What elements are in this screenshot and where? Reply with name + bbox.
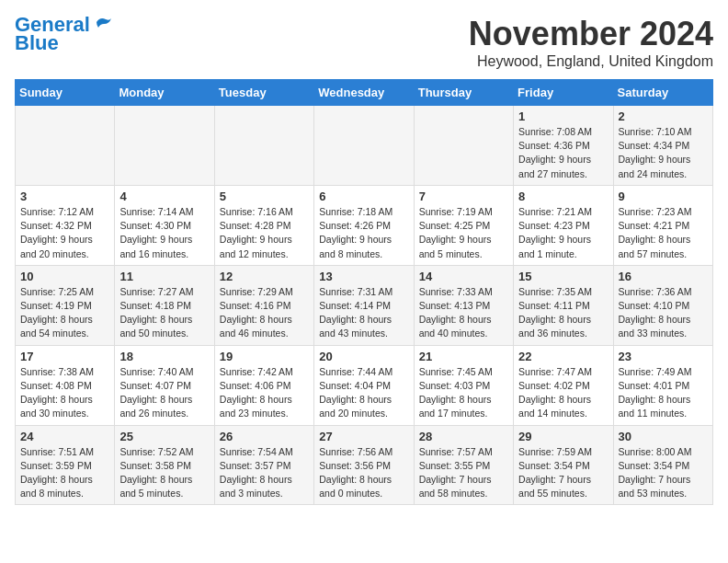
- day-number: 29: [518, 430, 608, 443]
- day-number: 25: [119, 430, 209, 443]
- day-of-week-header: Saturday: [613, 80, 712, 106]
- day-info: Sunrise: 7:23 AMSunset: 4:21 PMDaylight:…: [619, 205, 708, 261]
- calendar-cell: 25Sunrise: 7:52 AMSunset: 3:58 PMDayligh…: [115, 425, 214, 505]
- calendar-cell: 27Sunrise: 7:56 AMSunset: 3:56 PMDayligh…: [314, 425, 414, 505]
- calendar-cell: 28Sunrise: 7:57 AMSunset: 3:55 PMDayligh…: [414, 425, 513, 505]
- calendar-cell: 11Sunrise: 7:27 AMSunset: 4:18 PMDayligh…: [115, 265, 214, 345]
- calendar-cell: 29Sunrise: 7:59 AMSunset: 3:54 PMDayligh…: [514, 425, 613, 505]
- day-number: 15: [518, 270, 608, 283]
- day-number: 24: [20, 430, 109, 443]
- day-info: Sunrise: 7:27 AMSunset: 4:18 PMDaylight:…: [119, 285, 209, 341]
- day-of-week-header: Sunday: [16, 80, 115, 106]
- day-of-week-header: Monday: [115, 80, 214, 106]
- day-number: 7: [419, 190, 508, 203]
- calendar-cell: 16Sunrise: 7:36 AMSunset: 4:10 PMDayligh…: [613, 265, 712, 345]
- calendar-cell: 17Sunrise: 7:38 AMSunset: 4:08 PMDayligh…: [16, 345, 115, 425]
- day-info: Sunrise: 7:57 AMSunset: 3:55 PMDaylight:…: [419, 445, 508, 501]
- day-number: 1: [518, 109, 608, 123]
- logo-subtext: Blue: [15, 33, 59, 53]
- day-number: 27: [319, 430, 408, 443]
- calendar-cell: [414, 106, 513, 186]
- day-number: 21: [419, 350, 508, 363]
- header: General Blue November 2024 Heywood, Engl…: [15, 15, 713, 70]
- calendar-cell: 20Sunrise: 7:44 AMSunset: 4:04 PMDayligh…: [314, 345, 414, 425]
- title-area: November 2024 Heywood, England, United K…: [469, 15, 713, 70]
- calendar-cell: 6Sunrise: 7:18 AMSunset: 4:26 PMDaylight…: [314, 185, 414, 265]
- calendar-week-row: 1Sunrise: 7:08 AMSunset: 4:36 PMDaylight…: [16, 106, 713, 186]
- logo-bird-icon: [93, 15, 113, 31]
- day-number: 6: [319, 190, 408, 203]
- day-info: Sunrise: 7:25 AMSunset: 4:19 PMDaylight:…: [20, 285, 109, 341]
- day-number: 17: [20, 350, 109, 363]
- calendar-cell: 19Sunrise: 7:42 AMSunset: 4:06 PMDayligh…: [214, 345, 313, 425]
- calendar-cell: 8Sunrise: 7:21 AMSunset: 4:23 PMDaylight…: [514, 185, 613, 265]
- calendar-cell: 1Sunrise: 7:08 AMSunset: 4:36 PMDaylight…: [514, 106, 613, 186]
- calendar-cell: 5Sunrise: 7:16 AMSunset: 4:28 PMDaylight…: [214, 185, 313, 265]
- calendar-cell: 24Sunrise: 7:51 AMSunset: 3:59 PMDayligh…: [16, 425, 115, 505]
- day-info: Sunrise: 7:21 AMSunset: 4:23 PMDaylight:…: [518, 205, 608, 261]
- day-number: 9: [619, 190, 708, 203]
- day-number: 2: [619, 109, 708, 123]
- day-info: Sunrise: 7:49 AMSunset: 4:01 PMDaylight:…: [619, 365, 708, 421]
- day-info: Sunrise: 7:29 AMSunset: 4:16 PMDaylight:…: [220, 285, 309, 341]
- day-number: 18: [119, 350, 209, 363]
- calendar-cell: 3Sunrise: 7:12 AMSunset: 4:32 PMDaylight…: [16, 185, 115, 265]
- day-info: Sunrise: 7:08 AMSunset: 4:36 PMDaylight:…: [518, 125, 608, 181]
- calendar-body: 1Sunrise: 7:08 AMSunset: 4:36 PMDaylight…: [16, 106, 713, 505]
- calendar-header: SundayMondayTuesdayWednesdayThursdayFrid…: [16, 80, 713, 106]
- day-info: Sunrise: 7:35 AMSunset: 4:11 PMDaylight:…: [518, 285, 608, 341]
- calendar-week-row: 10Sunrise: 7:25 AMSunset: 4:19 PMDayligh…: [16, 265, 713, 345]
- day-info: Sunrise: 7:51 AMSunset: 3:59 PMDaylight:…: [20, 445, 109, 501]
- day-info: Sunrise: 7:18 AMSunset: 4:26 PMDaylight:…: [319, 205, 408, 261]
- calendar-cell: 26Sunrise: 7:54 AMSunset: 3:57 PMDayligh…: [214, 425, 313, 505]
- day-info: Sunrise: 7:56 AMSunset: 3:56 PMDaylight:…: [319, 445, 408, 501]
- day-info: Sunrise: 7:45 AMSunset: 4:03 PMDaylight:…: [419, 365, 508, 421]
- day-info: Sunrise: 7:19 AMSunset: 4:25 PMDaylight:…: [419, 205, 508, 261]
- day-number: 13: [319, 270, 408, 283]
- day-number: 26: [220, 430, 309, 443]
- day-info: Sunrise: 7:47 AMSunset: 4:02 PMDaylight:…: [518, 365, 608, 421]
- calendar-cell: 30Sunrise: 8:00 AMSunset: 3:54 PMDayligh…: [613, 425, 712, 505]
- calendar-cell: [16, 106, 115, 186]
- day-number: 8: [518, 190, 608, 203]
- calendar-table: SundayMondayTuesdayWednesdayThursdayFrid…: [15, 79, 713, 505]
- calendar-cell: 10Sunrise: 7:25 AMSunset: 4:19 PMDayligh…: [16, 265, 115, 345]
- day-info: Sunrise: 7:44 AMSunset: 4:04 PMDaylight:…: [319, 365, 408, 421]
- day-info: Sunrise: 8:00 AMSunset: 3:54 PMDaylight:…: [619, 445, 708, 501]
- day-of-week-header: Friday: [514, 80, 613, 106]
- calendar-cell: 15Sunrise: 7:35 AMSunset: 4:11 PMDayligh…: [514, 265, 613, 345]
- calendar-cell: 12Sunrise: 7:29 AMSunset: 4:16 PMDayligh…: [214, 265, 313, 345]
- day-of-week-header: Wednesday: [314, 80, 414, 106]
- day-of-week-header: Tuesday: [214, 80, 313, 106]
- month-title: November 2024: [469, 15, 713, 53]
- calendar-cell: 9Sunrise: 7:23 AMSunset: 4:21 PMDaylight…: [613, 185, 712, 265]
- day-number: 16: [619, 270, 708, 283]
- calendar-cell: 14Sunrise: 7:33 AMSunset: 4:13 PMDayligh…: [414, 265, 513, 345]
- calendar-cell: [214, 106, 313, 186]
- day-number: 28: [419, 430, 508, 443]
- calendar-week-row: 3Sunrise: 7:12 AMSunset: 4:32 PMDaylight…: [16, 185, 713, 265]
- calendar-cell: 22Sunrise: 7:47 AMSunset: 4:02 PMDayligh…: [514, 345, 613, 425]
- day-info: Sunrise: 7:36 AMSunset: 4:10 PMDaylight:…: [619, 285, 708, 341]
- day-number: 4: [119, 190, 209, 203]
- day-info: Sunrise: 7:42 AMSunset: 4:06 PMDaylight:…: [220, 365, 309, 421]
- calendar-cell: [314, 106, 414, 186]
- day-info: Sunrise: 7:33 AMSunset: 4:13 PMDaylight:…: [419, 285, 508, 341]
- calendar-cell: 18Sunrise: 7:40 AMSunset: 4:07 PMDayligh…: [115, 345, 214, 425]
- day-info: Sunrise: 7:38 AMSunset: 4:08 PMDaylight:…: [20, 365, 109, 421]
- day-number: 11: [119, 270, 209, 283]
- header-row: SundayMondayTuesdayWednesdayThursdayFrid…: [16, 80, 713, 106]
- logo: General Blue: [15, 15, 113, 53]
- calendar-cell: [115, 106, 214, 186]
- day-number: 5: [220, 190, 309, 203]
- day-info: Sunrise: 7:40 AMSunset: 4:07 PMDaylight:…: [119, 365, 209, 421]
- day-number: 23: [619, 350, 708, 363]
- calendar-cell: 23Sunrise: 7:49 AMSunset: 4:01 PMDayligh…: [613, 345, 712, 425]
- location: Heywood, England, United Kingdom: [469, 53, 713, 70]
- day-info: Sunrise: 7:31 AMSunset: 4:14 PMDaylight:…: [319, 285, 408, 341]
- day-number: 14: [419, 270, 508, 283]
- day-info: Sunrise: 7:59 AMSunset: 3:54 PMDaylight:…: [518, 445, 608, 501]
- calendar-cell: 7Sunrise: 7:19 AMSunset: 4:25 PMDaylight…: [414, 185, 513, 265]
- day-number: 19: [220, 350, 309, 363]
- calendar-cell: 13Sunrise: 7:31 AMSunset: 4:14 PMDayligh…: [314, 265, 414, 345]
